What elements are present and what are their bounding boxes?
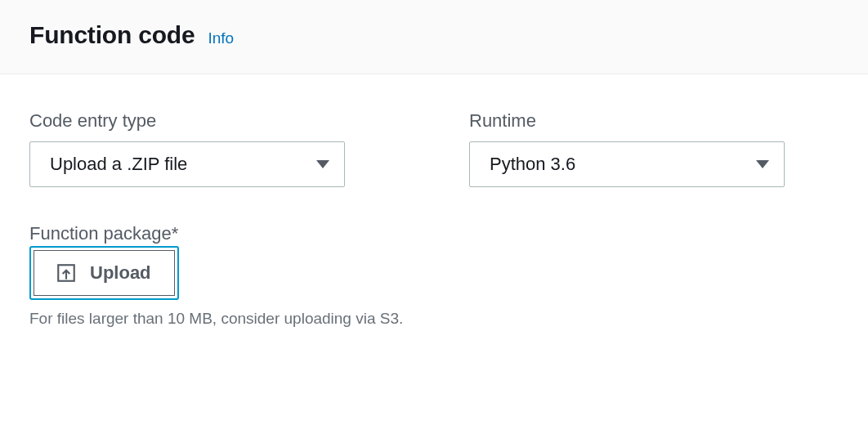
caret-down-icon [756,160,769,168]
function-package-label: Function package* [29,223,178,244]
runtime-label: Runtime [469,110,785,132]
code-entry-label: Code entry type [29,110,345,132]
section-title: Function code [29,21,195,49]
upload-button-focus-ring: Upload [29,246,179,300]
runtime-select[interactable]: Python 3.6 [469,141,785,187]
runtime-field: Runtime Python 3.6 [469,110,785,187]
field-row: Code entry type Upload a .ZIP file Runti… [29,110,839,187]
function-package-section: Function package* Upload For files large… [29,223,839,328]
code-entry-select[interactable]: Upload a .ZIP file [29,141,345,187]
upload-hint: For files larger than 10 MB, consider up… [29,310,839,328]
code-entry-field: Code entry type Upload a .ZIP file [29,110,345,187]
upload-icon [56,262,77,284]
upload-button-label: Upload [90,262,151,284]
code-entry-value: Upload a .ZIP file [50,154,187,175]
section-header: Function code Info [0,0,868,74]
runtime-value: Python 3.6 [490,154,575,175]
info-link[interactable]: Info [208,29,234,47]
caret-down-icon [316,160,329,168]
upload-button[interactable]: Upload [34,250,175,296]
content-area: Code entry type Upload a .ZIP file Runti… [0,74,868,328]
